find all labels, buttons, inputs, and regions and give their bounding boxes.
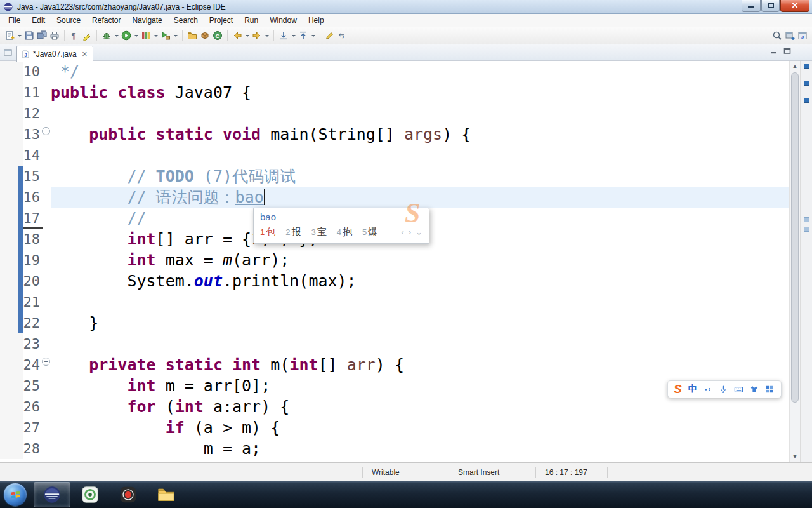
run-icon[interactable] <box>121 30 132 41</box>
back-icon[interactable] <box>232 30 243 41</box>
java-perspective-icon[interactable]: J <box>797 30 808 41</box>
dropdown-arrow-icon[interactable] <box>244 30 250 41</box>
ime-candidate-2[interactable]: 2报 <box>285 226 301 238</box>
annotation-ruler-cell[interactable] <box>0 145 18 166</box>
prev-annotation-icon[interactable] <box>298 30 309 41</box>
new-wizard-icon[interactable] <box>4 30 15 41</box>
ime-candidate-4[interactable]: 4抱 <box>337 226 352 238</box>
coverage-icon[interactable] <box>140 30 152 41</box>
annotation-ruler-cell[interactable] <box>0 82 18 103</box>
forward-icon[interactable] <box>251 30 263 41</box>
annotation-ruler-cell[interactable] <box>0 187 18 208</box>
line-number[interactable]: 26 <box>23 396 43 417</box>
menu-search[interactable]: Search <box>168 15 204 26</box>
tab-close-icon[interactable]: ✕ <box>82 50 88 58</box>
annotation-ruler-cell[interactable] <box>0 375 18 396</box>
dropdown-arrow-icon[interactable] <box>16 30 22 41</box>
line-number[interactable]: 21 <box>23 291 43 312</box>
code-line[interactable]: if (a > m) { <box>51 417 812 438</box>
line-number[interactable]: 25 <box>23 375 43 396</box>
ime-prev-page-icon[interactable]: ‹ <box>401 227 403 237</box>
code-line[interactable]: public static void main(String[] args) { <box>51 124 812 145</box>
external-tools-icon[interactable] <box>160 30 171 41</box>
annotation-ruler-cell[interactable] <box>0 229 18 250</box>
annotation-ruler-cell[interactable] <box>0 312 18 333</box>
annotation-marker[interactable] <box>804 98 809 103</box>
taskbar-app-eclipse[interactable] <box>34 482 70 507</box>
menu-source[interactable]: Source <box>51 15 86 26</box>
start-button[interactable] <box>3 483 27 507</box>
menu-run[interactable]: Run <box>239 15 264 26</box>
ime-candidate-3[interactable]: 3宝 <box>311 226 326 238</box>
close-button[interactable]: ✕ <box>780 0 809 12</box>
dropdown-arrow-icon[interactable] <box>310 30 316 41</box>
line-number[interactable]: 14 <box>23 145 43 166</box>
annotation-marker[interactable] <box>804 81 809 86</box>
fold-toggle-icon[interactable]: − <box>42 127 50 135</box>
mark-occurrences-icon[interactable] <box>81 30 93 41</box>
show-whitespace-icon[interactable]: ¶ <box>69 30 80 41</box>
menu-file[interactable]: File <box>3 15 26 26</box>
line-number[interactable]: 16 <box>23 187 43 208</box>
code-line[interactable]: // <box>51 208 812 229</box>
dropdown-arrow-icon[interactable] <box>133 30 139 41</box>
code-line[interactable]: // TODO (7)代码调试 <box>51 166 812 187</box>
next-annotation-icon[interactable] <box>278 30 289 41</box>
code-line[interactable]: int[] arr = {1,2,3}; <box>51 229 812 250</box>
annotation-ruler-cell[interactable] <box>0 250 18 271</box>
line-number[interactable]: 22 <box>23 312 43 333</box>
annotation-ruler-cell[interactable] <box>0 103 18 124</box>
dropdown-arrow-icon[interactable] <box>264 30 270 41</box>
sogou-toolbox-icon[interactable] <box>765 385 774 394</box>
annotation-ruler-cell[interactable] <box>0 61 18 82</box>
line-number[interactable]: 11 <box>23 82 43 103</box>
annotation-ruler-cell[interactable] <box>0 417 18 438</box>
sogou-logo-icon[interactable]: S <box>674 381 682 398</box>
annotation-ruler-cell[interactable] <box>0 208 18 229</box>
dropdown-arrow-icon[interactable] <box>114 30 119 41</box>
line-number[interactable]: 19 <box>23 250 43 271</box>
chinese-mode-indicator[interactable]: 中 <box>688 384 697 395</box>
code-line[interactable]: private static int m(int[] arr) { <box>51 354 812 375</box>
link-with-editor-icon[interactable]: ⇆ <box>337 30 348 41</box>
menu-edit[interactable]: Edit <box>26 15 51 26</box>
sogou-mic-icon[interactable] <box>719 385 728 394</box>
code-line[interactable]: public class Java07 { <box>51 82 812 103</box>
new-class-icon[interactable]: C <box>212 30 223 41</box>
line-number[interactable]: 17 <box>23 208 43 229</box>
view-maximize-icon[interactable] <box>783 47 791 55</box>
code-line[interactable] <box>51 291 812 312</box>
scroll-down-icon[interactable]: ▼ <box>790 451 800 462</box>
line-number[interactable]: 12 <box>23 103 43 124</box>
line-number[interactable]: 15 <box>23 166 43 187</box>
save-icon[interactable] <box>23 30 35 41</box>
dropdown-arrow-icon[interactable] <box>173 30 178 41</box>
annotation-marker[interactable] <box>804 227 809 232</box>
vertical-scrollbar[interactable]: ▲ ▼ <box>789 61 800 462</box>
annotation-ruler-cell[interactable] <box>0 333 18 354</box>
search-icon[interactable] <box>771 30 783 41</box>
annotation-marker[interactable] <box>804 217 809 222</box>
dropdown-arrow-icon[interactable] <box>153 30 159 41</box>
annotation-ruler-cell[interactable] <box>0 291 18 312</box>
minimize-button[interactable] <box>742 0 761 12</box>
code-line[interactable] <box>51 333 812 354</box>
code-line[interactable]: System.out.println(max); <box>51 271 812 291</box>
debug-icon[interactable] <box>101 30 112 41</box>
annotation-ruler-cell[interactable] <box>0 354 18 375</box>
taskbar-app-screen-tool[interactable] <box>72 482 108 507</box>
annotation-ruler-cell[interactable] <box>0 166 18 187</box>
new-java-project-icon[interactable] <box>187 30 198 41</box>
menu-window[interactable]: Window <box>264 15 303 26</box>
new-package-icon[interactable] <box>199 30 211 41</box>
line-number[interactable]: 27 <box>23 417 43 438</box>
sogou-keyboard-icon[interactable] <box>734 385 743 394</box>
scrollbar-thumb[interactable] <box>791 72 799 403</box>
dropdown-arrow-icon[interactable] <box>291 30 296 41</box>
code-line[interactable]: // 语法问题：bao <box>51 187 812 208</box>
taskbar-app-recorder[interactable] <box>110 482 147 507</box>
sogou-skin-icon[interactable] <box>750 385 759 394</box>
code-line[interactable]: m = a; <box>51 438 812 459</box>
code-line[interactable]: for (int a:arr) { <box>51 396 812 417</box>
ime-candidate-5[interactable]: 5爆 <box>362 226 377 238</box>
